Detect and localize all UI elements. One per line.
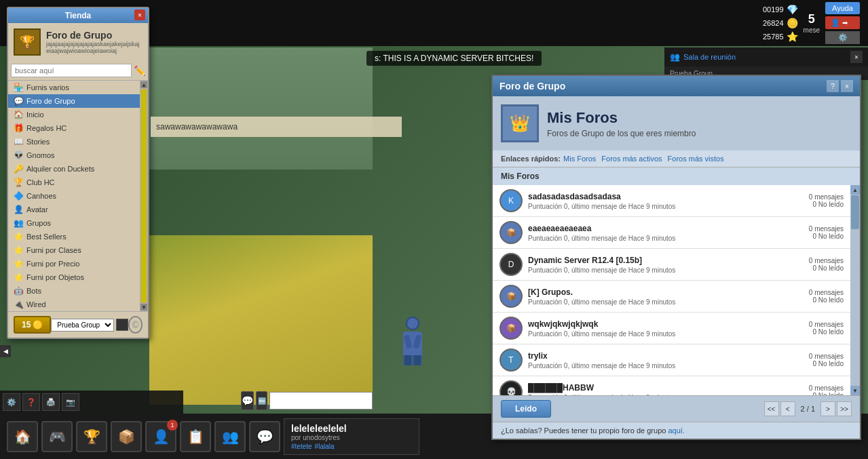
quick-link-activos[interactable]: Foros más activos (601, 155, 662, 163)
tienda-item-bots[interactable]: 🤖 Bots (8, 284, 140, 298)
coin-button[interactable]: 15 🟡 (14, 316, 51, 334)
tienda-item-furni-por-clases[interactable]: ⭐ Furni por Clases (8, 243, 140, 257)
control-settings-button[interactable]: ⚙️ (3, 393, 20, 411)
leido-button[interactable]: Leído (501, 400, 551, 418)
tienda-item-label: Furni por Objetos (26, 273, 84, 281)
chat-emoji-button[interactable]: 💬 (241, 391, 254, 410)
foro-item-info: ██████HABBW Puntuación 0, último mensaje… (528, 383, 804, 396)
bottom-icon-friends[interactable]: 👥 (214, 421, 246, 452)
time-section: 5 mese (804, 12, 820, 34)
foro-panel: Foro de Grupo ? × 👑 Mis Foros Foros de G… (491, 75, 861, 440)
tienda-item-grupos[interactable]: 👥 Grupos (8, 216, 140, 230)
page-last-button[interactable]: >> (837, 401, 852, 416)
tienda-item-icon: 🏠 (14, 110, 23, 119)
home-button[interactable]: 👤 ➡ (825, 16, 860, 29)
tienda-item-furni-por-objetos[interactable]: ⭐ Furni por Objetos (8, 271, 140, 284)
tienda-scrollbar[interactable]: ▲ ▼ (140, 81, 148, 311)
tienda-item-stories[interactable]: 📖 Stories (8, 135, 140, 148)
side-controls: ◀ (0, 345, 11, 357)
forum-title-container: Foro de Grupo jajajaajajajajajajajaskaej… (46, 30, 141, 54)
search-input[interactable] (11, 64, 132, 77)
foro-panel-title: Foro de Grupo (499, 81, 565, 92)
quick-link-mis-foros[interactable]: Mis Foros (563, 155, 596, 163)
foro-item-info: eaeaeaeaeaeaea Puntuación 0, último mens… (528, 224, 804, 242)
search-bar: ✏️ (8, 61, 148, 81)
bottom-icon-achievements[interactable]: 🏆 (76, 421, 107, 452)
group-color-swatch[interactable] (116, 319, 128, 331)
chat-input[interactable] (269, 392, 373, 410)
foro-help-button[interactable]: ? (827, 80, 839, 92)
person-icon: 👤 (831, 18, 840, 27)
bottom-icon-catalog[interactable]: 🎮 (41, 421, 73, 452)
tienda-item-label: Inicio (26, 111, 44, 119)
foro-item-msgs: 0 mensajes (809, 384, 844, 392)
side-arrow-button[interactable]: ◀ (0, 345, 11, 357)
foro-list-item[interactable]: 📦 [K] Grupos. Puntuación 0, último mensa… (493, 281, 850, 313)
chat-input-area: 💬 🔤 (241, 390, 373, 412)
bottom-icon-inventory[interactable]: 📦 (111, 421, 142, 452)
page-prev-button[interactable]: < (780, 401, 795, 416)
bottom-icon-navigator[interactable]: 📋 (180, 421, 211, 452)
tienda-scroll-down[interactable]: ▼ (140, 304, 147, 311)
tienda-item-wired[interactable]: 🔌 Wired (8, 298, 140, 311)
foro-item-icon: 📦 (499, 221, 523, 244)
achievements-icon: 🏆 (83, 428, 100, 445)
tienda-item-furni-por-precio[interactable]: ⭐ Furni por Precio (8, 257, 140, 271)
settings-button[interactable]: ⚙️ (825, 31, 860, 44)
tienda-item-icon: 👽 (14, 151, 23, 160)
tienda-item-avatar[interactable]: 👤 Avatar (8, 203, 140, 216)
foro-list-item[interactable]: 💀 ██████HABBW Puntuación 0, último mensa… (493, 376, 850, 395)
bottom-icon-profile[interactable]: 👤 1 (145, 421, 176, 452)
tienda-close-button[interactable]: × (134, 9, 145, 20)
tienda-scroll-up[interactable]: ▲ (140, 81, 147, 88)
tienda-item-canhoes[interactable]: 🔷 Canhoes (8, 189, 140, 203)
top-action-buttons: Ayuda 👤 ➡ ⚙️ (825, 2, 860, 44)
foro-close-button[interactable]: × (841, 80, 853, 92)
tienda-item-best-sellers[interactable]: ⭐ Best Sellers (8, 230, 140, 243)
tienda-bottom: 15 🟡 Prueba Group © (8, 311, 148, 338)
tienda-list: 🏪 Furnis varios 💬 Foro de Grupo 🏠 Inicio… (8, 81, 140, 311)
bottom-icon-chat[interactable]: 💬 (249, 421, 280, 452)
foro-list-item[interactable]: 📦 eaeaeaeaeaeaea Puntuación 0, último me… (493, 217, 850, 249)
page-next-button[interactable]: > (820, 401, 835, 416)
foro-list-item[interactable]: D Dynamic Server R12.4 [0.15b] Puntuació… (493, 249, 850, 281)
credits-icon: ⭐ (787, 31, 798, 42)
foro-list-item[interactable]: 📦 wqkwjqkwjqkjwqk Puntuación 0, último m… (493, 313, 850, 344)
quick-link-vistos[interactable]: Foros más vistos (668, 155, 724, 163)
gold-icon: 🪙 (787, 18, 798, 28)
foro-list-item[interactable]: K sadasadasdasadsadasa Puntuación 0, últ… (493, 185, 850, 217)
foro-item-info: [K] Grupos. Puntuación 0, último mensaje… (528, 287, 804, 306)
foro-item-meta: Puntuación 0, último mensaje de Hace 9 m… (528, 330, 804, 338)
tienda-item-foro-de-grupo[interactable]: 💬 Foro de Grupo (8, 94, 140, 108)
foro-footer-link[interactable]: aquí. (668, 426, 684, 435)
tienda-item-alquiler-con-duckets[interactable]: 🔑 Alquiler con Duckets (8, 162, 140, 176)
chat-mode-button[interactable]: 🔤 (256, 391, 267, 410)
tienda-item-regalos-hc[interactable]: 🎁 Regalos HC (8, 121, 140, 135)
foro-scroll-down[interactable]: ▼ (850, 386, 860, 395)
foro-item-icon: T (499, 348, 523, 372)
control-help-button[interactable]: ❓ (22, 393, 40, 411)
foro-scroll-up[interactable]: ▲ (850, 185, 860, 195)
tienda-item-furnis-varios[interactable]: 🏪 Furnis varios (8, 81, 140, 94)
control-print-button[interactable]: 🖨️ (42, 393, 60, 411)
search-edit-button[interactable]: ✏️ (134, 65, 145, 76)
foro-item-read: 0 No leído (809, 328, 844, 336)
user-tag-2[interactable]: #lalala (315, 443, 335, 450)
control-camera-button[interactable]: 📷 (62, 393, 79, 411)
copyright-button[interactable]: © (128, 316, 143, 334)
room-close-button[interactable]: × (850, 51, 863, 63)
tienda-item-club-hc[interactable]: 🏆 Club HC (8, 176, 140, 189)
user-tag-1[interactable]: #tetete (291, 443, 312, 450)
foro-scrollbar[interactable]: ▲ ▼ (850, 185, 860, 395)
foro-list-item[interactable]: T trylix Puntuación 0, último mensaje de… (493, 344, 850, 376)
ayuda-button[interactable]: Ayuda (825, 2, 860, 14)
tienda-item-icon: 👤 (14, 205, 23, 214)
page-first-button[interactable]: << (764, 401, 779, 416)
bottom-icon-home[interactable]: 🏠 (7, 421, 38, 452)
foro-item-stats: 0 mensajes 0 No leído (809, 257, 844, 272)
foro-item-icon: 📦 (499, 317, 523, 340)
tienda-item-gnomos[interactable]: 👽 Gnomos (8, 148, 140, 162)
group-select[interactable]: Prueba Group (51, 319, 114, 332)
tienda-item-inicio[interactable]: 🏠 Inicio (8, 108, 140, 121)
tienda-item-label: Foro de Grupo (26, 97, 75, 105)
